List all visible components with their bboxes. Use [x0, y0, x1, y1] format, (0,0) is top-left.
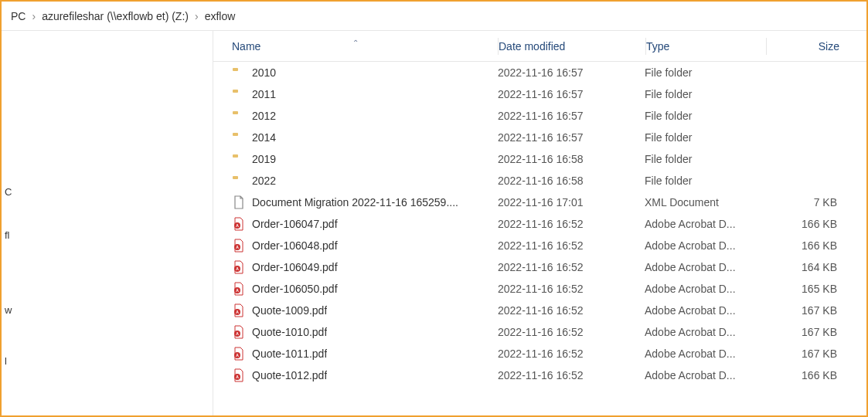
breadcrumb-item[interactable]: azurefileshar (\\exflowb et) (Z:) — [37, 10, 193, 22]
file-type-cell: XML Document — [645, 196, 764, 208]
file-type-cell: Adobe Acrobat D... — [645, 239, 764, 252]
file-name-cell[interactable]: AOrder-106048.pdf — [213, 239, 498, 253]
file-name-label: Order-106048.pdf — [252, 239, 338, 252]
file-row[interactable]: 20102022-11-16 16:57File folder — [213, 62, 866, 83]
svg-text:A: A — [236, 375, 239, 379]
folder-icon — [232, 87, 246, 101]
file-row[interactable]: AQuote-1009.pdf2022-11-16 16:52Adobe Acr… — [213, 300, 866, 321]
breadcrumb[interactable]: PC › azurefileshar (\\exflowb et) (Z:) ›… — [2, 2, 866, 31]
column-header-label: Name — [232, 40, 260, 53]
file-row[interactable]: AQuote-1012.pdf2022-11-16 16:52Adobe Acr… — [213, 364, 866, 386]
sort-ascending-icon: ⌃ — [352, 39, 359, 47]
column-header-size[interactable]: Size — [767, 40, 859, 53]
file-name-cell[interactable]: AOrder-106049.pdf — [213, 260, 498, 274]
file-row[interactable]: AOrder-106048.pdf2022-11-16 16:52Adobe A… — [213, 235, 866, 256]
file-name-cell[interactable]: AQuote-1010.pdf — [213, 325, 498, 339]
svg-text:A: A — [236, 331, 239, 336]
file-row[interactable]: 20142022-11-16 16:57File folder — [213, 127, 866, 148]
file-row[interactable]: AQuote-1011.pdf2022-11-16 16:52Adobe Acr… — [213, 343, 866, 364]
xml-file-icon — [232, 195, 246, 209]
pdf-file-icon: A — [232, 239, 246, 253]
explorer-body: C fl w l ⌃ Name Date modified Type Size … — [2, 31, 866, 415]
file-name-cell[interactable]: 2010 — [213, 66, 498, 80]
file-name-cell[interactable]: Document Migration 2022-11-16 165259.... — [213, 195, 498, 209]
nav-tree-label: w — [5, 304, 12, 316]
pdf-file-icon: A — [232, 217, 246, 231]
file-row[interactable]: 20122022-11-16 16:57File folder — [213, 105, 866, 127]
breadcrumb-item[interactable]: PC — [6, 10, 30, 22]
file-name-cell[interactable]: AOrder-106050.pdf — [213, 282, 498, 296]
file-type-cell: Adobe Acrobat D... — [645, 261, 764, 273]
svg-rect-0 — [233, 68, 238, 71]
file-name-label: 2010 — [252, 66, 276, 79]
nav-tree-item[interactable]: fl — [2, 213, 213, 256]
svg-rect-10 — [233, 176, 238, 179]
file-date-cell: 2022-11-16 16:52 — [498, 239, 645, 252]
file-size-cell: 167 KB — [764, 326, 857, 338]
file-size-cell: 166 KB — [764, 369, 857, 381]
file-type-cell: File folder — [645, 110, 764, 122]
file-type-cell: Adobe Acrobat D... — [645, 283, 764, 295]
file-name-cell[interactable]: AQuote-1009.pdf — [213, 303, 498, 317]
file-name-label: 2011 — [252, 88, 276, 100]
file-date-cell: 2022-11-16 16:58 — [498, 175, 645, 187]
file-row[interactable]: AOrder-106050.pdf2022-11-16 16:52Adobe A… — [213, 278, 866, 300]
nav-tree-label: C — [5, 186, 12, 198]
file-name-label: Order-106047.pdf — [252, 218, 338, 230]
file-name-cell[interactable]: AQuote-1012.pdf — [213, 368, 498, 382]
file-name-label: Quote-1012.pdf — [252, 369, 327, 381]
file-row[interactable]: AOrder-106049.pdf2022-11-16 16:52Adobe A… — [213, 256, 866, 278]
pdf-file-icon: A — [232, 303, 246, 317]
file-name-label: Order-106049.pdf — [252, 261, 338, 273]
file-date-cell: 2022-11-16 16:52 — [498, 283, 645, 295]
file-row[interactable]: Document Migration 2022-11-16 165259....… — [213, 192, 866, 213]
svg-rect-4 — [233, 111, 238, 114]
file-size-cell: 167 KB — [764, 304, 857, 317]
file-row[interactable]: AQuote-1010.pdf2022-11-16 16:52Adobe Acr… — [213, 321, 866, 343]
svg-text:A: A — [236, 288, 239, 293]
file-row[interactable]: 20192022-11-16 16:58File folder — [213, 148, 866, 170]
file-name-cell[interactable]: 2011 — [213, 87, 498, 101]
file-row[interactable]: 20112022-11-16 16:57File folder — [213, 83, 866, 105]
svg-text:A: A — [236, 223, 239, 228]
svg-text:A: A — [236, 245, 239, 249]
file-name-cell[interactable]: 2019 — [213, 152, 498, 166]
svg-text:A: A — [236, 266, 239, 271]
column-header-date[interactable]: Date modified — [499, 40, 645, 53]
file-date-cell: 2022-11-16 16:58 — [498, 153, 645, 165]
file-name-label: 2012 — [252, 110, 276, 122]
file-size-cell: 166 KB — [764, 218, 857, 230]
column-header-name[interactable]: ⌃ Name — [213, 40, 498, 53]
column-header-type[interactable]: Type — [646, 40, 766, 53]
file-rows[interactable]: 20102022-11-16 16:57File folder20112022-… — [213, 62, 866, 386]
file-row[interactable]: 20222022-11-16 16:58File folder — [213, 170, 866, 192]
svg-rect-2 — [233, 90, 238, 93]
nav-tree-item[interactable]: w — [2, 298, 213, 321]
file-date-cell: 2022-11-16 16:52 — [498, 261, 645, 273]
file-size-cell: 166 KB — [764, 239, 857, 252]
file-name-label: 2014 — [252, 131, 276, 144]
file-name-cell[interactable]: AQuote-1011.pdf — [213, 347, 498, 361]
file-type-cell: Adobe Acrobat D... — [645, 218, 764, 230]
file-name-label: Quote-1009.pdf — [252, 304, 327, 317]
breadcrumb-item[interactable]: exflow — [200, 10, 240, 22]
file-name-cell[interactable]: AOrder-106047.pdf — [213, 217, 498, 231]
file-size-cell: 164 KB — [764, 261, 857, 273]
file-type-cell: Adobe Acrobat D... — [645, 326, 764, 338]
file-type-cell: File folder — [645, 131, 764, 144]
file-row[interactable]: AOrder-106047.pdf2022-11-16 16:52Adobe A… — [213, 213, 866, 235]
file-type-cell: File folder — [645, 88, 764, 100]
nav-tree-label: l — [5, 355, 7, 367]
navigation-pane[interactable]: C fl w l — [2, 31, 213, 415]
file-name-cell[interactable]: 2014 — [213, 131, 498, 144]
pdf-file-icon: A — [232, 282, 246, 296]
file-name-cell[interactable]: 2022 — [213, 174, 498, 188]
file-name-cell[interactable]: 2012 — [213, 109, 498, 123]
folder-icon — [232, 66, 246, 80]
nav-tree-item[interactable]: l — [2, 349, 213, 372]
file-type-cell: File folder — [645, 66, 764, 79]
file-name-label: Order-106050.pdf — [252, 283, 338, 295]
file-name-label: Quote-1010.pdf — [252, 326, 327, 338]
nav-tree-item[interactable]: C — [2, 170, 213, 213]
file-type-cell: Adobe Acrobat D... — [645, 304, 764, 317]
